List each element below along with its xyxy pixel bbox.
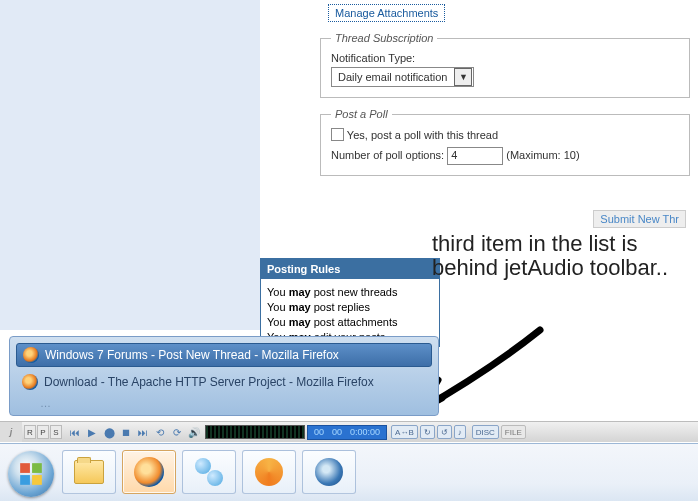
jetaudio-toolbar[interactable]: j RPS ⏮ ▶ ⬤ ⏹ ⏭ ⟲ ⟳ 🔊 00 00 0:00:00 A↔B↻… xyxy=(0,421,698,442)
jet-time-a: 00 xyxy=(314,427,324,437)
rewind-icon[interactable]: ⟲ xyxy=(153,425,167,439)
taskbar-firefox[interactable] xyxy=(122,450,176,494)
jet-option-button[interactable]: ♪ xyxy=(454,425,466,439)
jet-option-button[interactable]: A↔B xyxy=(391,425,418,439)
play-icon[interactable]: ▶ xyxy=(85,425,99,439)
forum-sidebar xyxy=(0,0,260,330)
record-icon[interactable]: ⬤ xyxy=(102,425,116,439)
preview-item-active[interactable]: Windows 7 Forums - Post New Thread - Moz… xyxy=(16,343,432,367)
annotation-text: third item in the list is behind jetAudi… xyxy=(432,232,698,280)
jet-disc-button[interactable]: DISC xyxy=(472,425,499,439)
taskbar-window-preview: Windows 7 Forums - Post New Thread - Moz… xyxy=(9,336,439,416)
prev-icon[interactable]: ⏮ xyxy=(68,425,82,439)
rules-line: You may post new threads xyxy=(267,285,433,300)
jetaudio-logo-icon[interactable]: j xyxy=(0,422,22,442)
preview-item[interactable]: Download - The Apache HTTP Server Projec… xyxy=(16,371,432,393)
taskbar-skype[interactable] xyxy=(182,450,236,494)
taskbar-explorer[interactable] xyxy=(62,450,116,494)
jetaudio-icon xyxy=(255,458,283,486)
thunderbird-icon xyxy=(315,458,343,486)
stop-icon[interactable]: ⏹ xyxy=(119,425,133,439)
jet-option-button[interactable]: ↺ xyxy=(437,425,452,439)
jet-mode-button[interactable]: P xyxy=(37,425,49,439)
poll-legend: Post a Poll xyxy=(331,108,392,120)
svg-rect-2 xyxy=(20,475,30,485)
thread-subscription-fieldset: Thread Subscription Notification Type: D… xyxy=(320,32,690,98)
forum-form-area: Manage Attachments Thread Subscription N… xyxy=(260,0,698,250)
jetaudio-time-display: 00 00 0:00:00 xyxy=(307,425,387,440)
start-button[interactable] xyxy=(8,451,54,497)
poll-num-input[interactable]: 4 xyxy=(447,147,503,165)
svg-rect-1 xyxy=(32,463,42,473)
submit-new-thread-button[interactable]: Submit New Thr xyxy=(593,210,686,228)
preview-item-hidden: … xyxy=(16,397,432,409)
skype-icon xyxy=(195,458,223,486)
svg-rect-0 xyxy=(20,463,30,473)
notification-type-label: Notification Type: xyxy=(331,52,679,64)
volume-icon[interactable]: 🔊 xyxy=(187,425,201,439)
jet-time-c: 0:00:00 xyxy=(350,427,380,437)
preview-item-title: Download - The Apache HTTP Server Projec… xyxy=(44,375,374,389)
taskbar-jetaudio[interactable] xyxy=(242,450,296,494)
jet-mode-button[interactable]: R xyxy=(24,425,36,439)
firefox-icon xyxy=(23,347,39,363)
firefox-icon xyxy=(134,457,164,487)
folder-icon xyxy=(74,460,104,484)
chevron-down-icon[interactable]: ▼ xyxy=(454,68,472,86)
preview-item-title: Windows 7 Forums - Post New Thread - Moz… xyxy=(45,348,339,362)
poll-max-label: (Maximum: 10) xyxy=(506,149,579,161)
windows-taskbar xyxy=(0,443,698,501)
forward-icon[interactable]: ⟳ xyxy=(170,425,184,439)
subscription-legend: Thread Subscription xyxy=(331,32,437,44)
next-icon[interactable]: ⏭ xyxy=(136,425,150,439)
poll-checkbox[interactable] xyxy=(331,128,344,141)
jet-option-button[interactable]: ↻ xyxy=(420,425,435,439)
post-a-poll-fieldset: Post a Poll Yes, post a poll with this t… xyxy=(320,108,690,176)
jetaudio-playback-controls: ⏮ ▶ ⬤ ⏹ ⏭ ⟲ ⟳ 🔊 xyxy=(68,425,201,439)
jet-mode-button[interactable]: S xyxy=(50,425,62,439)
manage-attachments-link[interactable]: Manage Attachments xyxy=(328,4,445,22)
posting-rules-header: Posting Rules xyxy=(261,259,439,279)
firefox-icon xyxy=(22,374,38,390)
notification-select[interactable]: Daily email notification ▼ xyxy=(331,67,474,87)
taskbar-thunderbird[interactable] xyxy=(302,450,356,494)
jet-time-b: 00 xyxy=(332,427,342,437)
poll-checkbox-label: Yes, post a poll with this thread xyxy=(347,129,498,141)
jetaudio-equalizer-display xyxy=(205,425,305,439)
notification-select-value: Daily email notification xyxy=(332,69,453,85)
poll-num-label: Number of poll options: xyxy=(331,149,444,161)
svg-rect-3 xyxy=(32,475,42,485)
rules-line: You may post replies xyxy=(267,300,433,315)
jet-file-button[interactable]: FILE xyxy=(501,425,526,439)
windows-logo-icon xyxy=(18,461,44,487)
